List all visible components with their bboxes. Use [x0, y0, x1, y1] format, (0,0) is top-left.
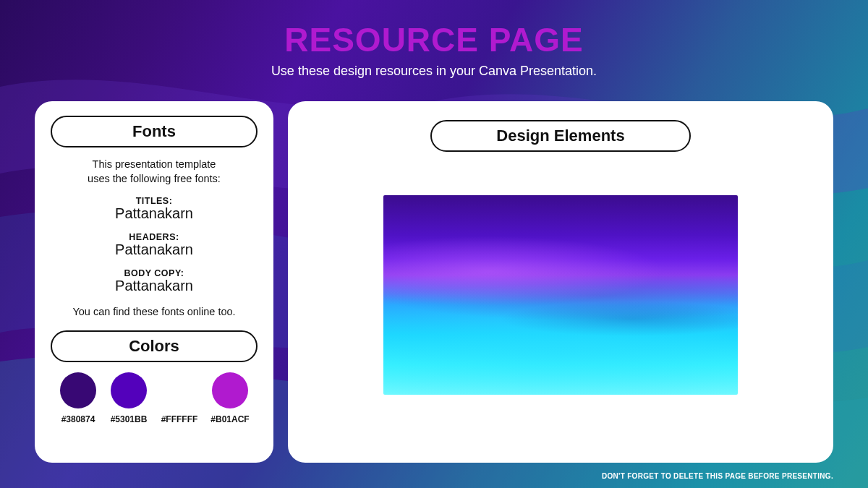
fonts-heading: Fonts	[51, 116, 258, 147]
swatch-circle-1	[60, 372, 96, 408]
fonts-outro: You can find these fonts online too.	[51, 306, 258, 317]
font-label-body: BODY COPY:	[51, 268, 258, 278]
swatch-label-1: #380874	[61, 414, 95, 424]
fonts-intro-line2: uses the following free fonts:	[88, 173, 221, 184]
colors-heading: Colors	[51, 330, 258, 362]
content-row: Fonts This presentation template uses th…	[35, 101, 833, 463]
swatch-label-4: #B01ACF	[210, 414, 249, 424]
font-name-body: Pattanakarn	[51, 278, 258, 294]
swatch-row: #380874 #5301BB #FFFFFF #B01ACF	[51, 372, 258, 424]
font-group-body: BODY COPY: Pattanakarn	[51, 268, 258, 294]
font-group-headers: HEADERS: Pattanakarn	[51, 232, 258, 258]
swatch-circle-2	[111, 372, 147, 408]
swatch-2: #5301BB	[106, 372, 152, 424]
swatch-circle-3	[161, 372, 197, 408]
font-name-headers: Pattanakarn	[51, 241, 258, 258]
swatch-3: #FFFFFF	[156, 372, 203, 424]
swatch-1: #380874	[55, 372, 101, 424]
fonts-intro-line1: This presentation template	[93, 158, 216, 170]
font-group-titles: TITLES: Pattanakarn	[51, 196, 258, 222]
font-label-titles: TITLES:	[51, 196, 258, 206]
design-element-image	[383, 195, 738, 395]
swatch-4: #B01ACF	[207, 372, 253, 424]
swatch-circle-4	[212, 372, 248, 408]
fonts-intro: This presentation template uses the foll…	[51, 158, 258, 186]
footer-note: DON'T FORGET TO DELETE THIS PAGE BEFORE …	[602, 472, 833, 480]
fonts-card: Fonts This presentation template uses th…	[35, 101, 273, 463]
swatch-label-2: #5301BB	[111, 414, 148, 424]
design-elements-heading: Design Elements	[430, 120, 691, 152]
swatch-label-3: #FFFFFF	[161, 414, 198, 424]
font-name-titles: Pattanakarn	[51, 205, 258, 222]
design-elements-card: Design Elements	[288, 101, 833, 463]
font-label-headers: HEADERS:	[51, 232, 258, 242]
